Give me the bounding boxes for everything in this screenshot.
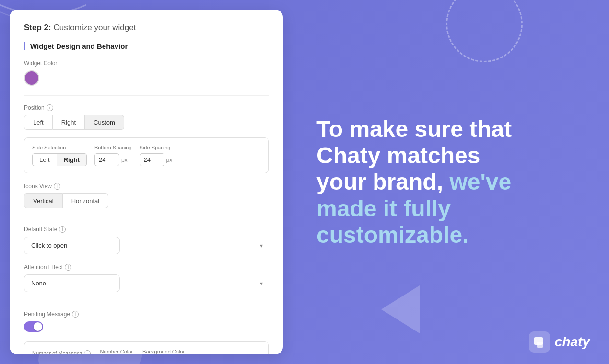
side-btn-group: Left Right [32, 153, 87, 166]
widget-color-swatch[interactable] [24, 70, 39, 86]
position-left-btn[interactable]: Left [24, 115, 53, 130]
pending-settings-box: Number of Messages i ▲ ▼ Number Color Ba… [24, 341, 269, 354]
side-left-btn[interactable]: Left [32, 153, 57, 166]
pending-message-toggle[interactable] [24, 321, 43, 332]
position-btn-group: Left Right Custom [24, 115, 269, 130]
widget-config-card: Step 2: Customize your widget Widget Des… [10, 10, 283, 354]
default-state-dropdown-arrow: ▾ [260, 242, 263, 249]
attention-effect-dropdown-arrow: ▾ [260, 280, 263, 287]
position-label: Position i [24, 104, 269, 111]
widget-color-label: Widget Color [24, 60, 269, 67]
chaty-logo: chaty [529, 331, 590, 353]
side-right-btn[interactable]: Right [57, 153, 87, 166]
icons-view-info-icon: i [54, 183, 60, 190]
default-state-dropdown-wrap: Click to open Always open Always closed … [24, 237, 269, 254]
num-messages-info-icon: i [84, 350, 91, 355]
hero-heading: To make sure that Chaty matches your bra… [316, 116, 580, 248]
deco-triangle [381, 285, 420, 335]
num-messages-label: Number of Messages i [32, 350, 91, 355]
bg-color-label: Background Color [142, 349, 185, 354]
number-color-label: Number Color [100, 349, 133, 354]
step-title: Step 2: Customize your widget [24, 23, 269, 33]
custom-position-box: Side Selection Left Right Bottom Spacing… [24, 137, 269, 173]
bottom-spacing-input[interactable] [94, 153, 119, 166]
icons-vertical-btn[interactable]: Vertical [24, 193, 63, 208]
attention-effect-label: Attention Effect i [24, 264, 269, 271]
attention-effect-dropdown-wrap: None Bounce Shake Pulse ▾ [24, 274, 269, 292]
pending-message-toggle-wrap [24, 321, 269, 332]
side-spacing-input[interactable] [140, 153, 164, 166]
pending-message-label: Pending Message i [24, 311, 269, 318]
side-selection-label: Side Selection [32, 145, 87, 150]
default-state-label: Default State i [24, 226, 269, 233]
position-custom-btn[interactable]: Custom [85, 115, 124, 130]
default-state-dropdown[interactable]: Click to open Always open Always closed [24, 237, 120, 254]
deco-circle [446, 0, 523, 62]
bottom-px-label: px [121, 157, 128, 163]
hero-section: To make sure that Chaty matches your bra… [288, 116, 609, 248]
default-state-info-icon: i [59, 226, 66, 233]
attention-effect-dropdown[interactable]: None Bounce Shake Pulse [24, 274, 120, 292]
svg-marker-0 [381, 285, 420, 333]
icons-view-btn-group: Vertical Horizontal [24, 193, 269, 208]
chaty-name: chaty [555, 334, 590, 350]
side-spacing-label: Side Spacing [140, 145, 173, 150]
position-right-btn[interactable]: Right [53, 115, 85, 130]
section-title: Widget Design and Behavior [24, 42, 269, 50]
attention-effect-info-icon: i [65, 264, 71, 271]
bottom-spacing-label: Bottom Spacing [94, 145, 132, 150]
chaty-icon [529, 331, 550, 353]
side-px-label: px [166, 157, 173, 163]
icons-horizontal-btn[interactable]: Horizontal [63, 193, 109, 208]
pending-message-info-icon: i [72, 311, 79, 318]
position-info-icon: i [47, 104, 53, 111]
icons-view-label: Icons View i [24, 183, 269, 190]
